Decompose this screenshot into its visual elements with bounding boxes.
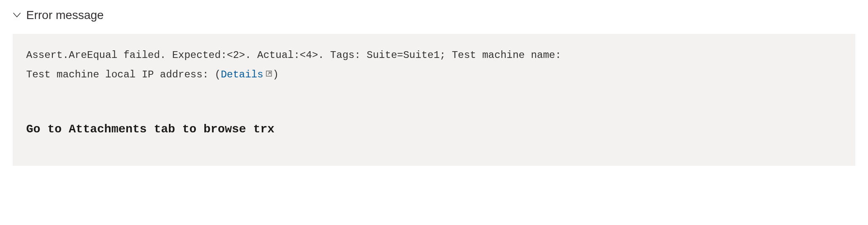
- details-link[interactable]: Details: [221, 69, 273, 80]
- details-link-label: Details: [221, 69, 263, 80]
- details-paren-open: (: [214, 69, 220, 80]
- error-message-section-header[interactable]: Error message: [13, 8, 855, 22]
- error-line-1: Assert.AreEqual failed. Expected:<2>. Ac…: [26, 49, 561, 61]
- error-message-panel: Assert.AreEqual failed. Expected:<2>. Ac…: [13, 34, 855, 166]
- section-title: Error message: [26, 8, 104, 22]
- error-text-block: Assert.AreEqual failed. Expected:<2>. Ac…: [26, 46, 842, 84]
- error-line-2-prefix: Test machine local IP address:: [26, 69, 214, 80]
- details-link-wrapper: (Details): [214, 69, 279, 80]
- external-link-icon: [265, 65, 273, 85]
- attachments-note: Go to Attachments tab to browse trx: [26, 118, 842, 140]
- details-paren-close: ): [273, 69, 279, 80]
- chevron-down-icon: [13, 11, 21, 19]
